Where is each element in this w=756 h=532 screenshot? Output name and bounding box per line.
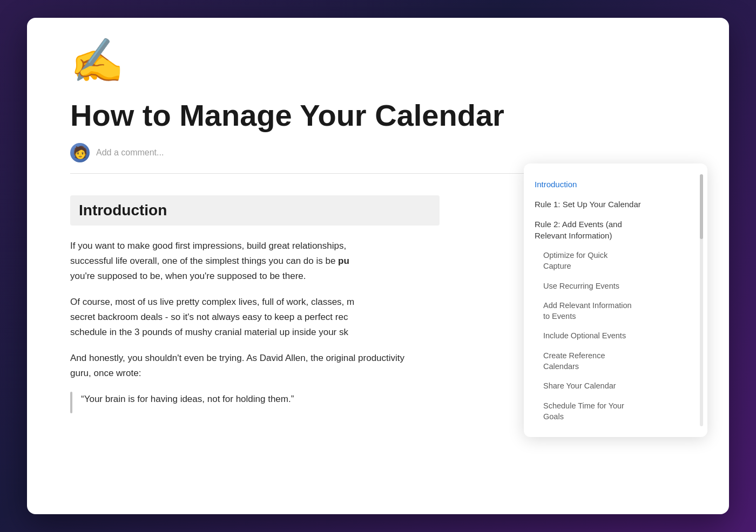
blockquote-text: “Your brain is for having ideas, not for… [81, 392, 294, 407]
toc-item-rule2[interactable]: Rule 2: Add Events (andRelevant Informat… [524, 214, 707, 245]
main-window: ✍️ How to Manage Your Calendar 🧑 Add a c… [27, 18, 729, 514]
body-paragraph-2: Of course, most of us live pretty comple… [70, 295, 440, 340]
toc-item-relevant-info[interactable]: Add Relevant Informationto Events [524, 296, 707, 326]
toc-item-optional[interactable]: Include Optional Events [524, 326, 707, 345]
toc-item-optimize[interactable]: Optimize for QuickCapture [524, 245, 707, 276]
toc-item-recurring[interactable]: Use Recurring Events [524, 276, 707, 296]
toc-scrollbar[interactable] [700, 174, 703, 426]
page-icon: ✍️ [70, 39, 686, 83]
toc-scrollbar-thumb [700, 174, 703, 239]
toc-item-rule1[interactable]: Rule 1: Set Up Your Calendar [524, 194, 707, 214]
toc-item-introduction[interactable]: Introduction [524, 174, 707, 194]
section-heading: Introduction [79, 202, 431, 219]
section-heading-block: Introduction [70, 195, 440, 226]
page-content: ✍️ How to Manage Your Calendar 🧑 Add a c… [27, 18, 729, 514]
avatar: 🧑 [70, 143, 90, 162]
body-paragraph-1: If you want to make good first impressio… [70, 238, 440, 284]
toc-item-schedule[interactable]: Schedule Time for YourGoals [524, 396, 707, 427]
body-paragraph-3: And honestly, you shouldn't even be tryi… [70, 351, 440, 381]
page-title: How to Manage Your Calendar [70, 99, 686, 132]
blockquote-bar [70, 392, 72, 413]
toc-item-share[interactable]: Share Your Calendar [524, 376, 707, 395]
toc-panel: Introduction Rule 1: Set Up Your Calenda… [524, 163, 707, 437]
comment-placeholder[interactable]: Add a comment... [96, 148, 164, 158]
toc-item-reference[interactable]: Create ReferenceCalendars [524, 346, 707, 377]
